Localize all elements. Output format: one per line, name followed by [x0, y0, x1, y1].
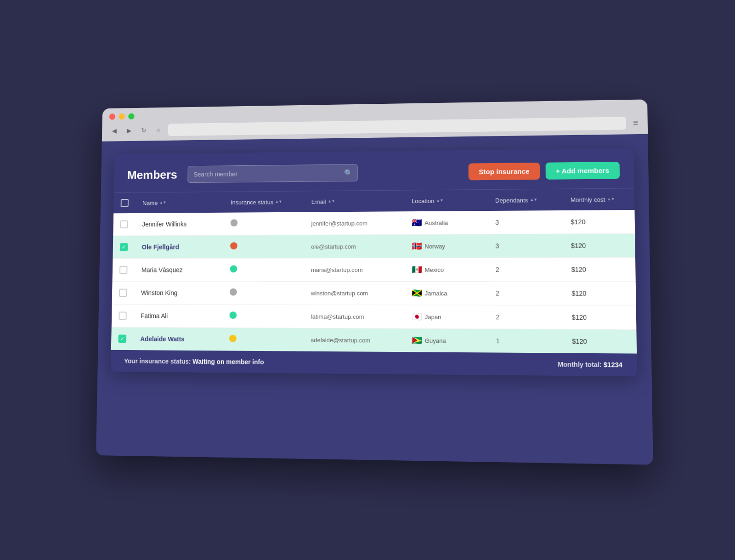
flag-icon: 🇯🇲 [412, 288, 422, 298]
member-cost: $120 [571, 266, 637, 273]
flag-icon: 🇯🇵 [412, 311, 422, 322]
minimize-button[interactable] [119, 113, 124, 120]
select-all-checkbox[interactable] [121, 199, 129, 207]
browser-content: Members 🔍 Stop insurance + Add members N… [96, 134, 653, 465]
flag-icon: 🇳🇴 [412, 241, 422, 251]
member-email: fatima@startup.com [311, 313, 412, 320]
member-status [229, 311, 311, 321]
flag-icon: 🇦🇺 [412, 218, 422, 228]
table-row[interactable]: Winston King winston@startup.com 🇯🇲 Jama… [112, 282, 636, 306]
member-dependants: 1 [496, 337, 572, 345]
status-dot [229, 335, 237, 342]
member-dependants: 3 [495, 242, 571, 250]
member-name: Ole Fjellgård [142, 243, 231, 250]
member-dependants: 2 [496, 289, 571, 297]
member-location: 🇯🇵 Japan [412, 311, 496, 322]
row-checkbox[interactable] [119, 266, 127, 274]
address-bar[interactable] [168, 117, 627, 136]
col-email: Email ▲▼ [311, 198, 412, 205]
stop-insurance-button[interactable]: Stop insurance [469, 162, 540, 180]
location-name: Jamaica [425, 290, 447, 297]
location-name: Norway [424, 243, 445, 249]
member-location: 🇦🇺 Australia [412, 217, 495, 228]
member-status [231, 219, 311, 228]
location-name: Guyana [425, 337, 446, 344]
flag-icon: 🇬🇾 [412, 335, 422, 345]
col-name: Name ▲▼ [142, 199, 231, 206]
browser-window: ◀ ▶ ↻ ⌂ ≡ Members 🔍 Stop insurance + Add… [96, 99, 653, 464]
member-email: jennifer@startup.com [311, 220, 412, 227]
member-name: Winston King [141, 289, 230, 297]
panel-header: Members 🔍 Stop insurance + Add members [114, 148, 634, 193]
col-monthly-cost: Monthly cost ▲▼ [571, 196, 637, 203]
add-members-button[interactable]: + Add members [545, 161, 620, 179]
member-cost: $120 [572, 338, 637, 345]
member-status [230, 288, 311, 298]
member-status [230, 242, 311, 251]
flag-icon: 🇲🇽 [412, 265, 422, 275]
sort-email-icon[interactable]: ▲▼ [328, 200, 335, 204]
search-input[interactable] [187, 164, 357, 183]
member-email: winston@startup.com [311, 289, 412, 296]
table-row[interactable]: ✓ Ole Fjellgård ole@startup.com 🇳🇴 Norwa… [113, 234, 635, 259]
row-checkbox[interactable]: ✓ [120, 243, 128, 251]
app-panel: Members 🔍 Stop insurance + Add members N… [111, 148, 637, 376]
location-name: Japan [425, 313, 441, 320]
status-dot [229, 311, 237, 319]
panel-title: Members [127, 168, 177, 182]
member-location: 🇳🇴 Norway [412, 241, 495, 251]
col-insurance-status: Insurance status ▲▼ [231, 198, 311, 206]
member-dependants: 2 [496, 313, 571, 321]
row-checkbox[interactable] [119, 289, 127, 297]
browser-menu-button[interactable]: ≡ [631, 116, 640, 130]
sort-status-icon[interactable]: ▲▼ [275, 200, 283, 204]
table-body: Jennifer Willinks jennifer@startup.com 🇦… [111, 210, 637, 354]
member-cost: $120 [571, 242, 637, 249]
member-cost: $120 [571, 289, 637, 297]
location-name: Mexico [424, 266, 444, 273]
home-button[interactable]: ⌂ [153, 124, 164, 135]
member-dependants: 3 [495, 218, 571, 226]
sort-dependants-icon[interactable]: ▲▼ [530, 198, 537, 202]
maximize-button[interactable] [128, 113, 134, 120]
table-row[interactable]: Jennifer Willinks jennifer@startup.com 🇦… [113, 210, 635, 236]
panel-footer: Your insurance status: Waiting on member… [111, 350, 637, 377]
monthly-total: Monthly total: $1234 [558, 361, 622, 369]
member-name: Fatima Ali [141, 312, 230, 320]
row-checkbox[interactable] [119, 311, 126, 320]
member-name: Jennifer Willinks [142, 220, 230, 228]
header-buttons: Stop insurance + Add members [469, 161, 620, 180]
table-header: Name ▲▼ Insurance status ▲▼ Email ▲▼ Loc… [113, 188, 634, 213]
table-row[interactable]: ✓ Adelaide Watts adelaide@startup.com 🇬🇾… [111, 328, 637, 354]
refresh-button[interactable]: ↻ [138, 124, 149, 135]
col-dependants: Dependants ▲▼ [495, 196, 571, 204]
back-button[interactable]: ◀ [109, 125, 119, 136]
member-dependants: 2 [496, 266, 571, 273]
member-email: adelaide@startup.com [311, 336, 412, 344]
status-dot [231, 219, 238, 226]
insurance-status: Your insurance status: Waiting on member… [124, 357, 264, 366]
forward-button[interactable]: ▶ [124, 125, 134, 136]
search-icon: 🔍 [344, 169, 353, 177]
table-row[interactable]: Fatima Ali fatima@startup.com 🇯🇵 Japan 2… [112, 305, 637, 330]
member-name: Adelaide Watts [140, 335, 229, 343]
row-checkbox[interactable] [120, 221, 128, 229]
status-dot [230, 242, 237, 249]
sort-cost-icon[interactable]: ▲▼ [607, 198, 615, 201]
col-location: Location ▲▼ [412, 197, 495, 204]
member-status [230, 265, 311, 274]
search-container: 🔍 [187, 164, 357, 183]
row-checkbox[interactable]: ✓ [118, 334, 126, 343]
sort-name-icon[interactable]: ▲▼ [159, 201, 166, 204]
member-location: 🇲🇽 Mexico [412, 265, 496, 275]
location-name: Australia [424, 219, 448, 226]
status-dot [230, 288, 237, 296]
sort-location-icon[interactable]: ▲▼ [436, 199, 443, 203]
member-name: Maria Vásquez [141, 266, 230, 273]
table-row[interactable]: Maria Vásquez maria@startup.com 🇲🇽 Mexic… [113, 258, 636, 282]
member-cost: $120 [571, 218, 637, 226]
members-table: Name ▲▼ Insurance status ▲▼ Email ▲▼ Loc… [111, 188, 637, 353]
close-button[interactable] [109, 113, 115, 120]
status-dot [230, 265, 237, 272]
member-cost: $120 [572, 313, 637, 321]
